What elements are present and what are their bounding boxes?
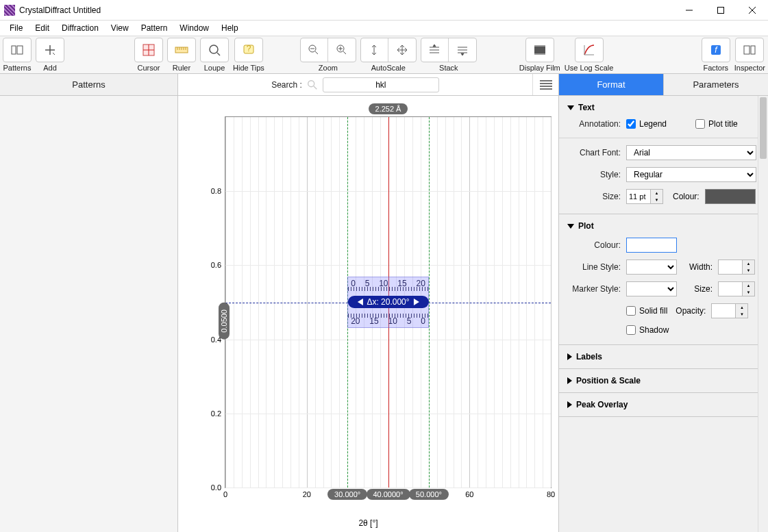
x-axis-label: 2θ [°]	[358, 518, 377, 528]
toolbar: Patterns Add Cursor Ruler Loupe ? Hide T…	[0, 36, 768, 74]
menu-view[interactable]: View	[106, 22, 134, 34]
plot-title-checkbox[interactable]: Plot title	[695, 119, 738, 129]
menubar: File Edit Diffraction View Pattern Windo…	[0, 21, 768, 36]
font-style-select[interactable]: Regular	[626, 167, 756, 182]
patterns-panel-title: Patterns	[0, 74, 178, 95]
tb-displayfilm[interactable]: Display Film	[519, 38, 560, 72]
autoscale-v-icon	[361, 38, 388, 62]
tb-add[interactable]: Add	[36, 38, 64, 72]
solid-fill-checkbox[interactable]: Solid fill	[626, 306, 667, 316]
app-icon	[4, 5, 15, 16]
svg-rect-0	[718, 7, 724, 13]
svg-rect-1	[12, 46, 16, 54]
maximize-button[interactable]	[705, 0, 736, 21]
svg-rect-11	[534, 45, 545, 47]
section-text-header[interactable]: Text	[567, 103, 760, 112]
chart-canvas[interactable]: 0204060800.00.20.40.60.82.252 Å30.000°40…	[178, 96, 558, 532]
patterns-sidebar	[0, 96, 178, 532]
font-size-stepper[interactable]: ▲▼	[626, 189, 663, 204]
section-text: Text Annotation: Legend Plot title Chart…	[559, 96, 768, 214]
tb-patterns[interactable]: Patterns	[3, 38, 32, 72]
tb-hidetips[interactable]: ? Hide Tips	[233, 38, 264, 72]
tab-parameters[interactable]: Parameters	[663, 74, 768, 95]
stack-down-icon	[449, 38, 476, 62]
search-icon	[306, 79, 319, 91]
subheader: Patterns Search : Format Parameters	[0, 74, 768, 96]
svg-point-17	[308, 80, 314, 86]
svg-rect-15	[744, 46, 750, 54]
marker-style-select[interactable]	[626, 281, 677, 296]
tab-format[interactable]: Format	[558, 74, 663, 95]
menu-diffraction[interactable]: Diffraction	[56, 22, 104, 34]
tb-zoom[interactable]: Zoom	[300, 38, 356, 72]
svg-rect-10	[534, 47, 545, 53]
zoom-out-icon	[301, 38, 328, 62]
menu-file[interactable]: File	[4, 22, 28, 34]
list-menu-button[interactable]	[532, 74, 558, 95]
line-width-stepper[interactable]: ▲▼	[718, 259, 755, 275]
menu-help[interactable]: Help	[216, 22, 244, 34]
ruler-overlay[interactable]: 05101520 Δx: 20.000° 20151050	[347, 277, 429, 329]
d-spacing-pill: 2.252 Å	[369, 103, 408, 114]
line-style-select[interactable]	[626, 259, 677, 275]
section-position-scale[interactable]: Position & Scale	[559, 369, 768, 393]
angle-pill: 30.000°	[327, 489, 367, 500]
scrollbar[interactable]	[758, 96, 768, 532]
marker-size-stepper[interactable]: ▲▼	[718, 281, 755, 296]
autoscale-all-icon	[388, 38, 416, 62]
plot-colour-swatch[interactable]	[626, 238, 677, 253]
menu-window[interactable]: Window	[174, 22, 214, 34]
y-value-pill: 0.0500	[219, 303, 230, 340]
opacity-stepper[interactable]: ▲▼	[711, 303, 748, 318]
shadow-checkbox[interactable]: Shadow	[626, 325, 669, 335]
search-input[interactable]	[323, 77, 439, 92]
search-label: Search :	[271, 80, 302, 90]
stack-up-icon	[421, 38, 449, 62]
section-plot: Plot Colour: Line Style: Width: ▲▼ Marke…	[559, 214, 768, 345]
close-button[interactable]	[736, 0, 768, 21]
tb-uselog[interactable]: Use Log Scale	[565, 38, 614, 72]
section-peak-overlay[interactable]: Peak Overlay	[559, 393, 768, 417]
svg-rect-12	[534, 53, 545, 55]
svg-point-5	[210, 45, 218, 53]
minimize-button[interactable]	[673, 0, 705, 21]
chart-font-select[interactable]: Arial	[626, 145, 756, 160]
tb-factors[interactable]: f Factors	[702, 38, 730, 72]
menu-edit[interactable]: Edit	[29, 22, 55, 34]
text-colour-swatch[interactable]	[705, 189, 756, 204]
tb-stack[interactable]: Stack	[421, 38, 477, 72]
legend-checkbox[interactable]: Legend	[626, 119, 667, 129]
tb-cursor[interactable]: Cursor	[134, 38, 163, 72]
angle-pill: 50.000°	[409, 489, 449, 500]
menu-pattern[interactable]: Pattern	[136, 22, 173, 34]
section-labels[interactable]: Labels	[559, 345, 768, 369]
section-plot-header[interactable]: Plot	[567, 221, 760, 231]
tb-inspector[interactable]: Inspector	[734, 38, 765, 72]
tb-autoscale[interactable]: AutoScale	[360, 38, 417, 72]
titlebar: CrystalDiffract Untitled	[0, 0, 768, 21]
tb-ruler[interactable]: Ruler	[167, 38, 196, 72]
angle-pill: 40.0000°	[366, 489, 410, 500]
window-title: CrystalDiffract Untitled	[19, 5, 101, 15]
tb-loupe[interactable]: Loupe	[200, 38, 229, 72]
zoom-in-icon	[328, 38, 356, 62]
svg-rect-16	[751, 46, 755, 54]
svg-text:?: ?	[247, 44, 251, 53]
svg-rect-2	[17, 46, 23, 54]
format-panel: Text Annotation: Legend Plot title Chart…	[558, 96, 768, 532]
